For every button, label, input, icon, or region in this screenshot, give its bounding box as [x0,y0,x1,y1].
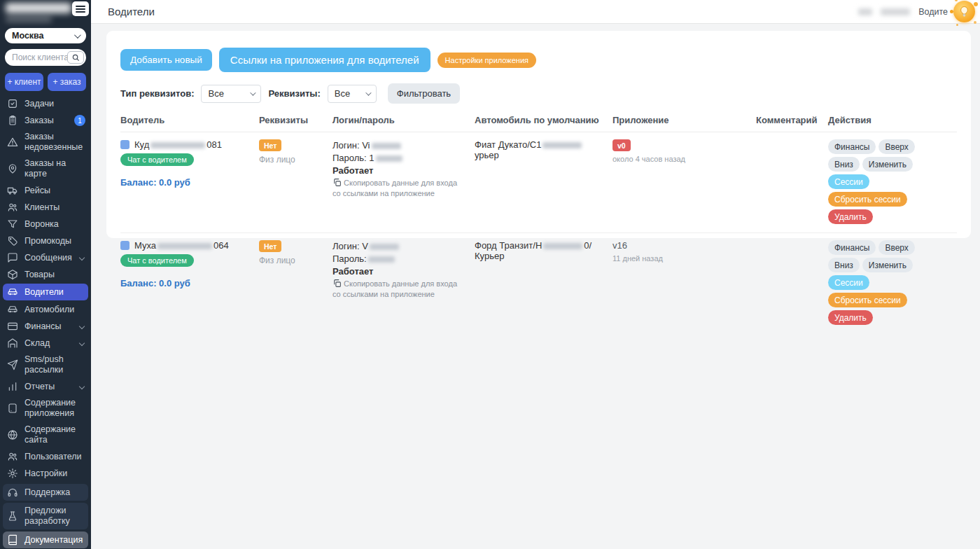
sidebar-item-воронка[interactable]: Воронка [0,216,91,232]
row-checkbox[interactable] [120,241,130,250]
column-header: Автомобиль по умолчанию [475,115,612,125]
action-red-button[interactable]: Удалить [828,310,873,325]
app-cell: v16 11 дней назад [612,240,756,263]
sidebar-item-содержание-сайта[interactable]: Содержание сайта [0,422,91,448]
sidebar-item-label: Финансы [24,321,74,332]
row-checkbox[interactable] [120,140,130,149]
action-gray-button[interactable]: Вниз [828,157,860,172]
sidebar-item-предложи-разработку[interactable]: Предложи разработку [3,503,88,529]
sidebar-item-sms-push-рассылки[interactable]: Sms/push рассылки [0,352,91,378]
hamburger-menu-icon[interactable] [72,1,89,16]
chevron-down-icon [251,90,256,95]
requisites-select[interactable]: Все [328,85,377,103]
help-lightbulb-button[interactable] [952,0,977,25]
action-orange-button[interactable]: Сбросить сессии [828,192,907,207]
search-input[interactable] [12,53,67,62]
filter-button[interactable]: Фильтровать [388,83,460,104]
action-blue-button[interactable]: Сессии [828,275,869,290]
logo-blurred [6,3,71,13]
requisites-type-label: Тип реквизитов: [120,88,194,99]
app-links-button[interactable]: Ссылки на приложения для водителей [219,48,430,72]
sidebar-item-документация[interactable]: Документация [3,531,88,548]
chevron-down-icon [79,324,85,329]
requisites-type-value: Все [208,88,223,99]
action-gray-button[interactable]: Вверх [878,240,914,255]
sidebar-item-заказы-на-карте[interactable]: Заказы на карте [0,155,91,182]
clients-icon [7,202,18,213]
sidebar-item-финансы[interactable]: Финансы [0,318,91,335]
action-gray-button[interactable]: Изменить [862,258,913,272]
sidebar-item-label: Автомобили [24,305,85,315]
sidebar-item-настройки[interactable]: Настройки [0,465,91,482]
sidebar-item-заказы[interactable]: Заказы1 [0,112,91,129]
sidebar-footer-nav: ПоддержкаПредложи разработкуДокументация… [0,484,91,549]
login-value: Логин: V [332,240,466,253]
sidebar-item-пользователи[interactable]: Пользователи [0,448,91,465]
car-icon [7,304,18,315]
copy-login-link[interactable]: Скопировать данные для входа со ссылками… [332,279,466,300]
app-last-seen: около 4 часов назад [612,155,748,163]
driver-status: Работает [332,266,466,277]
password-value: Пароль: 1 [332,152,466,165]
actions-cell: ФинансыВверхВнизИзменитьСессииСбросить с… [828,240,957,325]
add-order-button[interactable]: + заказ [48,73,86,91]
action-blue-button[interactable]: Сессии [828,174,869,189]
sidebar-item-label: Сообщения [24,253,74,263]
search-button[interactable] [67,51,84,64]
promo-tag-icon [7,235,18,246]
sidebar-item-label: Sms/push рассылки [24,354,85,375]
driver-status: Работает [332,165,466,176]
chat-with-driver-button[interactable]: Чат с водителем [120,254,194,267]
sidebar-item-сообщения[interactable]: Сообщения [0,249,91,266]
sidebar-item-рейсы[interactable]: Рейсы [0,182,91,199]
sidebar-item-поддержка[interactable]: Поддержка [3,484,88,501]
action-red-button[interactable]: Удалить [828,209,873,224]
sidebar-item-label: Склад [24,338,74,349]
copy-icon [332,279,342,288]
sidebar-item-label: Документация [24,535,84,545]
sidebar-item-клиенты[interactable]: Клиенты [0,199,91,216]
requisites-type-select[interactable]: Все [201,85,261,103]
driver-cell: Куд081 Чат с водителем Баланс: 0.0 руб [120,139,259,188]
action-gray-button[interactable]: Вверх [878,139,914,154]
sidebar-item-содержание-приложения[interactable]: Содержание приложения [0,395,91,422]
logo [0,0,91,25]
action-orange-button[interactable]: Сбросить сессии [828,293,907,307]
app-settings-button[interactable]: Настройки приложения [438,53,536,68]
balance-link[interactable]: Баланс: 0.0 руб [120,177,251,188]
chevron-down-icon [365,90,371,95]
chevron-down-icon [74,32,81,39]
driver-cell: Муха064 Чат с водителем Баланс: 0.0 руб [120,240,259,289]
table-row: Куд081 Чат с водителем Баланс: 0.0 руб Н… [120,132,957,233]
requisites-value: Все [335,88,350,99]
sidebar-item-автомобили[interactable]: Автомобили [0,301,91,318]
sidebar-item-label: Заказы недовезенные [24,132,85,153]
sidebar-item-label: Предложи разработку [24,506,84,527]
balance-link[interactable]: Баланс: 0.0 руб [120,278,251,289]
chat-with-driver-button[interactable]: Чат с водителем [120,153,194,166]
action-gray-button[interactable]: Вниз [828,258,860,272]
column-header: Комментарий [756,115,828,125]
gear-icon [7,468,18,479]
sidebar-item-заказы-недовезенные[interactable]: Заказы недовезенные [0,129,91,155]
chevron-down-icon [79,384,85,389]
headphones-icon [7,487,18,498]
sidebar-item-склад[interactable]: Склад [0,335,91,352]
sidebar-item-товары[interactable]: Товары [0,266,91,283]
add-client-button[interactable]: + клиент [5,73,43,91]
actions-cell: ФинансыВверхВнизИзменитьСессииСбросить с… [828,139,957,224]
sidebar-item-задачи[interactable]: Задачи [0,95,91,112]
action-gray-button[interactable]: Изменить [862,157,913,172]
user-menu[interactable]: Водите [918,7,948,17]
action-gray-button[interactable]: Финансы [828,240,876,255]
action-gray-button[interactable]: Финансы [828,139,876,154]
copy-login-link[interactable]: Скопировать данные для входа со ссылками… [332,178,466,199]
column-header: Действия [828,115,957,125]
sidebar-item-водители[interactable]: Водители [3,284,88,300]
sidebar-item-промокоды[interactable]: Промокоды [0,232,91,249]
sidebar-nav: ЗадачиЗаказы1Заказы недовезенныеЗаказы н… [0,95,91,482]
city-select[interactable]: Москва [5,28,86,43]
tasks-icon [7,98,18,109]
sidebar-item-отчеты[interactable]: Отчеты [0,378,91,395]
add-new-button[interactable]: Добавить новый [120,49,212,71]
